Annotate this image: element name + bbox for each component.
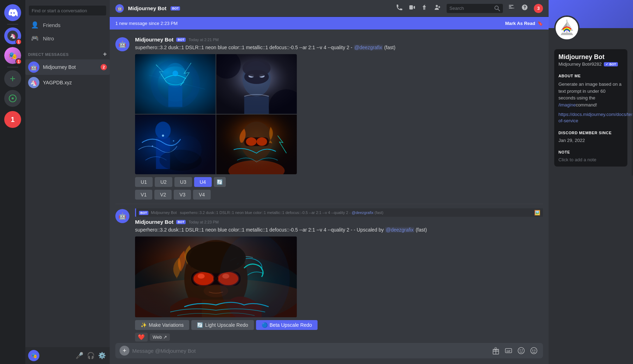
mute-button[interactable]: 🎤 <box>75 351 84 360</box>
emoji-button[interactable] <box>529 346 539 356</box>
sparkle-icon: ✨ <box>141 322 147 328</box>
gift-icon[interactable] <box>491 346 501 356</box>
v1-button[interactable]: V1 <box>135 190 152 200</box>
message-2-badge: BOT <box>176 220 186 224</box>
search-box[interactable]: Find or start a conversation <box>29 6 106 15</box>
sidebar-footer: 🎭 🎤 🎧 ⚙️ <box>25 347 110 364</box>
profile-bot-badge: ✓ BOT <box>604 62 618 66</box>
svg-rect-57 <box>493 349 499 350</box>
server-item-numbered[interactable]: 1 <box>4 111 21 128</box>
search-placeholder: Find or start a conversation <box>32 8 87 13</box>
attach-button[interactable]: + <box>120 346 129 356</box>
friends-label: Friends <box>43 22 60 28</box>
profile-avatar-area <box>549 28 633 49</box>
sidebar-item-nitro[interactable]: 🎮 Nitro <box>28 32 107 45</box>
chat-input-box: + GIF <box>115 343 543 358</box>
sticker-icon[interactable] <box>516 346 526 356</box>
pin-icon[interactable] <box>421 4 428 13</box>
right-panel: Midjourney Bot Midjourney Bot#9282 ✓ BOT… <box>549 0 633 364</box>
message-1-header: Midjourney Bot BOT Today at 2:21 PM <box>135 37 543 43</box>
u1-button[interactable]: U1 <box>135 177 153 187</box>
svg-point-55 <box>219 236 290 317</box>
refresh-button[interactable]: 🔄 <box>214 177 226 187</box>
action-buttons-row: ✨ Make Variations 🔄 Light Upscale Redo 🔵… <box>135 320 543 330</box>
svg-text:GIF: GIF <box>506 350 511 352</box>
chat-input-area: + GIF <box>110 343 549 364</box>
add-dm-button[interactable]: + <box>103 51 107 58</box>
dm-item-midjourney[interactable]: 🤖 Midjourney Bot 2 <box>25 59 110 75</box>
gif-button[interactable]: GIF <box>504 346 513 356</box>
u2-button[interactable]: U2 <box>155 177 172 187</box>
v2-button[interactable]: V2 <box>154 190 172 200</box>
yagpdb-name: YAGPDB.xyz <box>43 80 72 85</box>
footer-icons: 🎤 🎧 ⚙️ <box>75 351 107 360</box>
nitro-label: Nitro <box>43 35 54 41</box>
svg-point-26 <box>173 140 174 142</box>
image-icon: 🖼️ <box>534 210 540 215</box>
grid-image-1 <box>135 54 216 114</box>
midjourney-avatar: 🤖 <box>28 61 39 73</box>
u4-button[interactable]: U4 <box>194 177 212 187</box>
discord-home-button[interactable] <box>4 4 21 21</box>
about-me-section: ABOUT ME Generate an image based on a te… <box>558 74 623 124</box>
server-item-1[interactable]: 🦄 1 <box>4 27 21 44</box>
note-field[interactable]: Click to add a note <box>558 157 623 162</box>
profile-tag: Midjourney Bot#9282 ✓ BOT <box>558 61 623 67</box>
bookmark-icon: 🔖 <box>537 21 543 26</box>
svg-point-62 <box>522 350 523 351</box>
explore-servers-button[interactable] <box>4 90 21 107</box>
member-since-date: Jan 29, 2022 <box>558 138 623 143</box>
dm-item-yagpdb[interactable]: 🦄 YAGPDB.xyz <box>25 75 110 90</box>
add-server-button[interactable]: + <box>4 70 21 87</box>
phone-icon[interactable] <box>396 4 403 13</box>
upscaled-image <box>135 236 297 317</box>
sidebar-item-friends[interactable]: 👤 Friends <box>28 18 107 32</box>
light-upscale-button[interactable]: 🔄 Light Upscale Redo <box>191 320 254 330</box>
svg-point-63 <box>531 347 537 354</box>
bot-avatar-2: 🤖 <box>115 209 129 223</box>
help-icon[interactable] <box>521 4 528 13</box>
beta-upscale-button[interactable]: 🔵 Beta Upscale Redo <box>256 320 318 330</box>
light-redo-icon: 🔄 <box>197 322 203 328</box>
grid-image-2 <box>216 54 297 114</box>
about-me-text: Generate an image based on a text prompt… <box>558 81 623 108</box>
sidebar-nav: 👤 Friends 🎮 Nitro <box>25 18 110 45</box>
search-field[interactable]: Search <box>447 4 503 13</box>
make-variations-button[interactable]: ✨ Make Variations <box>135 320 189 330</box>
note-title: NOTE <box>558 150 623 154</box>
inbox-icon[interactable] <box>509 4 516 13</box>
web-link-button[interactable]: Web ↗ <box>150 333 170 341</box>
settings-button[interactable]: ⚙️ <box>97 351 107 360</box>
server-item-2[interactable]: 🎭 1 <box>4 47 21 64</box>
u3-button[interactable]: U3 <box>174 177 192 187</box>
new-message-text: 1 new message since 2:23 PM <box>115 21 178 26</box>
profile-name: Midjourney Bot <box>558 53 623 61</box>
note-section: NOTE Click to add a note <box>558 150 623 162</box>
message-2-text: superhero::3.2 dusk::1 DSLR::1 neon blue… <box>135 226 543 234</box>
tos-link[interactable]: https://docs.midjourney.com/docs/terms-o… <box>558 112 633 123</box>
deafen-button[interactable]: 🎧 <box>86 351 96 360</box>
message-2-header: Midjourney Bot BOT Today at 2:23 PM <box>135 219 543 225</box>
profile-card: Midjourney Bot Midjourney Bot#9282 ✓ BOT… <box>554 49 627 167</box>
heart-reaction[interactable]: ❤️ <box>135 333 148 342</box>
chat-input-icons: GIF <box>491 346 539 356</box>
channel-name: Midjourney Bot <box>128 5 166 11</box>
v4-button[interactable]: V4 <box>193 190 210 200</box>
sidebar: Find or start a conversation 👤 Friends 🎮… <box>25 0 110 364</box>
svg-text:🦄: 🦄 <box>10 33 16 39</box>
message-input[interactable] <box>132 348 488 354</box>
check-icon: ✓ <box>606 63 608 66</box>
add-member-icon[interactable] <box>434 4 441 13</box>
video-icon[interactable] <box>409 4 416 13</box>
separator <box>7 24 18 25</box>
mark-as-read-button[interactable]: Mark As Read 🔖 <box>505 21 543 26</box>
v3-button[interactable]: V3 <box>174 190 191 200</box>
search-label: Search <box>449 6 464 11</box>
new-message-banner: 1 new message since 2:23 PM Mark As Read… <box>110 17 549 30</box>
beta-icon: 🔵 <box>262 322 268 328</box>
message-2-content: BOT Midjourney Bot superhero::3.2 dusk::… <box>135 208 543 342</box>
dm-section-label: DIRECT MESSAGES <box>28 52 69 57</box>
message-1-timestamp: Today at 2:21 PM <box>188 38 219 42</box>
dm-list: 🤖 Midjourney Bot 2 🦄 YAGPDB.xyz <box>25 59 110 90</box>
reply-banner: BOT Midjourney Bot superhero::3.2 dusk::… <box>135 208 543 217</box>
